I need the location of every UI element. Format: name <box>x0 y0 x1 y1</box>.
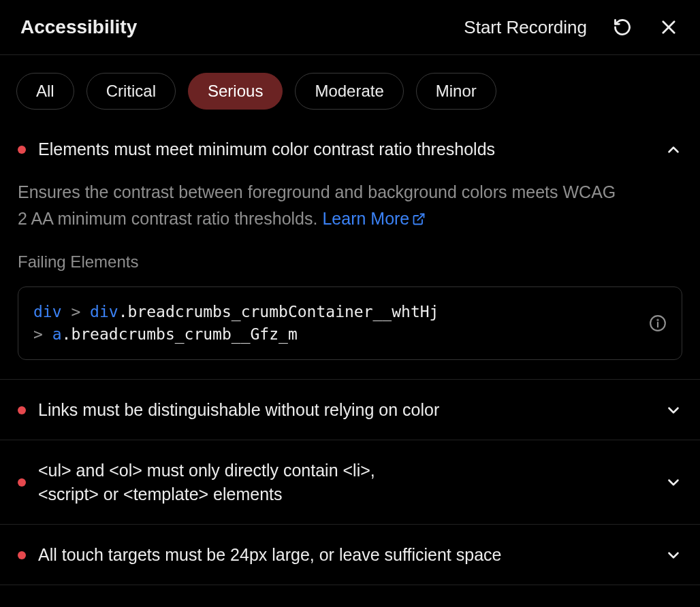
panel-header: Accessibility Start Recording <box>0 0 700 55</box>
selector-code: div > div.breadcrumbs_crumbContainer__wh… <box>33 301 638 346</box>
filter-moderate[interactable]: Moderate <box>295 73 403 110</box>
issue-body: Ensures the contrast between foreground … <box>0 174 700 379</box>
issue-description: Ensures the contrast between foreground … <box>18 179 617 232</box>
issue-header[interactable]: All touch targets must be 24px large, or… <box>0 525 700 585</box>
issue-header[interactable]: Links must be distinguishable without re… <box>0 380 700 440</box>
issue-item: All touch targets must be 24px large, or… <box>0 525 700 585</box>
learn-more-text: Learn More <box>322 209 409 228</box>
start-recording-button[interactable]: Start Recording <box>464 17 587 38</box>
external-link-icon <box>412 212 426 226</box>
filter-critical[interactable]: Critical <box>86 73 176 110</box>
chevron-down-icon <box>665 401 682 419</box>
chevron-down-icon <box>665 474 682 491</box>
svg-point-4 <box>657 319 658 320</box>
info-icon[interactable] <box>649 314 667 332</box>
issue-item: Links must be distinguishable without re… <box>0 380 700 440</box>
panel-title: Accessibility <box>20 16 137 38</box>
issue-title: Links must be distinguishable without re… <box>38 398 596 422</box>
issue-item: Elements must meet minimum color contras… <box>0 137 700 380</box>
selector-token: .breadcrumbs_crumb__Gfz_m <box>62 325 298 343</box>
issue-description-text: Ensures the contrast between foreground … <box>18 182 616 228</box>
severity-dot-icon <box>18 146 26 154</box>
filter-all[interactable]: All <box>16 73 74 110</box>
chevron-down-icon <box>665 546 682 564</box>
severity-dot-icon <box>18 478 26 487</box>
severity-dot-icon <box>18 551 26 559</box>
header-actions: Start Recording <box>464 16 680 38</box>
selector-token: div <box>33 303 62 321</box>
issue-title: <ul> and <ol> must only directly contain… <box>38 459 419 506</box>
selector-token: a <box>52 325 62 343</box>
filter-serious[interactable]: Serious <box>188 73 283 110</box>
issue-title: Elements must meet minimum color contras… <box>38 137 596 161</box>
selector-token: .breadcrumbs_crumbContainer__whtHj <box>118 303 439 321</box>
selector-token: > <box>33 325 52 343</box>
learn-more-link[interactable]: Learn More <box>322 209 426 228</box>
failing-element-selector[interactable]: div > div.breadcrumbs_crumbContainer__wh… <box>18 286 682 361</box>
reload-icon[interactable] <box>611 16 633 38</box>
issue-header[interactable]: <ul> and <ol> must only directly contain… <box>0 441 700 524</box>
chevron-up-icon <box>665 141 682 159</box>
issue-title: All touch targets must be 24px large, or… <box>38 543 596 567</box>
severity-dot-icon <box>18 406 26 414</box>
close-icon[interactable] <box>658 16 680 38</box>
severity-filters: All Critical Serious Moderate Minor <box>0 55 700 137</box>
issue-item: <ul> and <ol> must only directly contain… <box>0 440 700 525</box>
selector-token: > <box>62 303 91 321</box>
failing-elements-label: Failing Elements <box>18 252 682 272</box>
filter-minor[interactable]: Minor <box>416 73 496 110</box>
issue-header[interactable]: Elements must meet minimum color contras… <box>0 137 700 174</box>
selector-token: div <box>90 303 118 321</box>
